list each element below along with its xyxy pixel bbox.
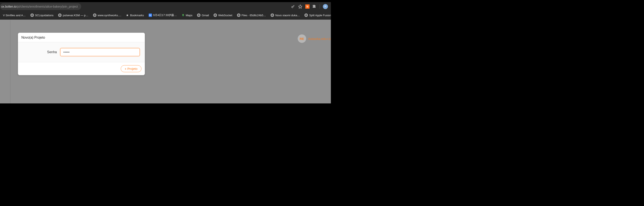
bookmark-item[interactable]: V Simfiles and A… <box>1 13 28 18</box>
url-path: /pt/clients/enrollments/alice-bakery/joi… <box>16 5 78 8</box>
globe-icon <box>197 13 200 17</box>
globe-icon <box>270 13 274 17</box>
page-content: RE rkataoka.edu+1@g Novo(a) Projeto Senh… <box>0 20 331 103</box>
globe-icon <box>214 13 217 17</box>
password-label: Senha <box>23 50 57 54</box>
globe-icon <box>93 13 96 17</box>
calendar-icon: 31 <box>149 13 152 17</box>
modal-title: Novo(a) Projeto <box>18 33 145 42</box>
url-field[interactable]: ox.bolten.io/pt/clients/enrollments/alic… <box>0 3 81 10</box>
star-icon: ★ <box>126 13 129 17</box>
bookmark-item[interactable]: SCLiquidations <box>29 13 55 18</box>
svg-point-0 <box>292 6 293 8</box>
svg-point-5 <box>183 14 183 15</box>
extensions-puzzle-icon[interactable] <box>312 4 317 9</box>
bookmark-item[interactable]: www.synthworks.… <box>91 13 123 18</box>
password-input[interactable] <box>60 48 140 56</box>
password-key-icon[interactable] <box>291 4 295 9</box>
bookmark-item[interactable]: 31 9月4日17:30伊藤… <box>147 12 179 18</box>
bookmark-item[interactable]: WebSocket <box>212 13 234 18</box>
extension-bolten-icon[interactable]: b <box>305 4 310 9</box>
add-project-button[interactable]: + Projeto <box>121 65 142 72</box>
maps-pin-icon <box>182 14 184 17</box>
user-email-preview: rkataoka.edu+1@g <box>308 37 331 40</box>
bookmark-item[interactable]: Files · 65d6c24b5… <box>235 13 268 18</box>
svg-marker-1 <box>298 5 302 8</box>
bookmark-item[interactable]: Gmail <box>195 13 210 18</box>
new-project-modal: Novo(a) Projeto Senha + Projeto <box>18 33 145 75</box>
bookmark-star-icon[interactable] <box>298 4 302 9</box>
globe-icon <box>237 13 240 17</box>
bookmark-item[interactable]: Novo xiaomi duka… <box>269 13 302 18</box>
bookmark-item[interactable]: Maps <box>180 13 194 18</box>
bookmark-item[interactable]: Split Apple Fusion… <box>303 13 331 18</box>
globe-icon <box>30 13 34 17</box>
url-host: ox.bolten.io <box>1 5 16 8</box>
bookmark-item[interactable]: pulsevar.KSM — p… <box>56 13 90 18</box>
bookmarks-bar: V Simfiles and A… SCLiquidations pulseva… <box>0 11 331 20</box>
globe-icon <box>304 13 308 17</box>
globe-icon <box>58 13 62 17</box>
toolbar-divider <box>320 4 320 9</box>
user-avatar: RE <box>298 34 306 43</box>
user-badge[interactable]: RE rkataoka.edu+1@g <box>298 34 331 43</box>
bookmark-item[interactable]: ★ Bookmarks <box>124 13 146 18</box>
address-bar: ox.bolten.io/pt/clients/enrollments/alic… <box>0 2 331 11</box>
profile-avatar[interactable]: R <box>323 4 328 9</box>
